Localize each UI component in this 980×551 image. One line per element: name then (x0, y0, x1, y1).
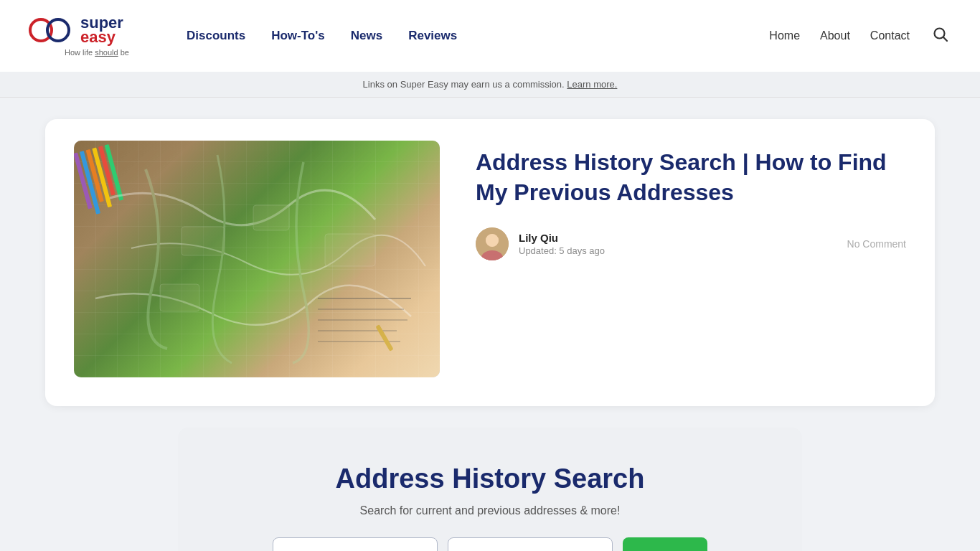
svg-rect-2 (182, 227, 225, 255)
logo[interactable]: super easy How life should be (29, 15, 151, 57)
logo-easy: easy (80, 29, 123, 45)
right-nav: Home About Contact (769, 24, 951, 49)
site-header: super easy How life should be Discounts … (0, 0, 980, 72)
commission-banner: Links on Super Easy may earn us a commis… (0, 72, 980, 98)
first-name-input[interactable] (273, 537, 438, 551)
svg-rect-5 (160, 284, 199, 311)
article-image-bg (74, 141, 440, 377)
last-name-input[interactable] (448, 537, 613, 551)
main-content: Address History Search | How to Find My … (24, 119, 956, 551)
svg-line-1 (943, 37, 947, 40)
logo-tagline: How life should be (65, 48, 129, 57)
nav-news[interactable]: News (351, 29, 382, 43)
no-comment: No Comment (847, 238, 906, 250)
author-info: Lily Qiu Updated: 5 days ago (519, 232, 605, 256)
author-updated: Updated: 5 days ago (519, 245, 605, 256)
logo-circle-blue (46, 18, 70, 42)
main-nav: Discounts How-To's News Reviews (187, 29, 769, 43)
avatar-svg (476, 227, 509, 260)
logo-circles (29, 18, 70, 42)
article-card: Address History Search | How to Find My … (45, 119, 935, 406)
author-name: Lily Qiu (519, 232, 605, 244)
search-icon (933, 27, 948, 42)
article-image (74, 141, 440, 377)
svg-rect-11 (375, 324, 393, 352)
search-button[interactable] (930, 24, 951, 49)
search-widget-title: Address History Search (207, 463, 773, 494)
svg-rect-3 (253, 205, 289, 230)
search-widget-subtitle: Search for current and previous addresse… (207, 504, 773, 517)
logo-text: super easy (80, 15, 123, 45)
article-content: Address History Search | How to Find My … (476, 141, 906, 260)
nav-home[interactable]: Home (769, 29, 800, 42)
author-avatar (476, 227, 509, 260)
nav-contact[interactable]: Contact (870, 29, 910, 42)
article-title: Address History Search | How to Find My … (476, 148, 906, 207)
nav-discounts[interactable]: Discounts (187, 29, 245, 43)
author-row: Lily Qiu Updated: 5 days ago No Comment (476, 227, 906, 260)
nav-about[interactable]: About (820, 29, 850, 42)
svg-rect-4 (325, 234, 375, 266)
hand-writing-svg (311, 284, 418, 356)
nav-reviews[interactable]: Reviews (408, 29, 457, 43)
svg-point-15 (486, 234, 499, 247)
nav-howtos[interactable]: How-To's (271, 29, 325, 43)
search-submit-button[interactable]: Search (623, 537, 707, 551)
learn-more-link[interactable]: Learn more. (567, 79, 617, 90)
search-widget: Address History Search Search for curren… (178, 428, 802, 551)
search-form: Search (207, 537, 773, 551)
